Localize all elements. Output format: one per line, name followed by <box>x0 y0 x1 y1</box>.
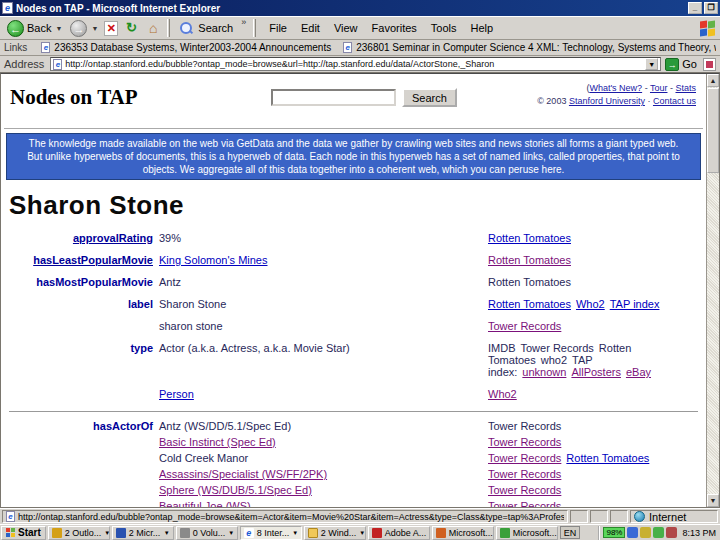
status-pane-2 <box>590 510 608 523</box>
forward-dropdown-icon[interactable]: ▼ <box>91 25 98 32</box>
messenger-icon[interactable] <box>653 527 664 538</box>
nav-link-what-s-new[interactable]: What's New? <box>589 83 642 93</box>
refresh-button[interactable]: ↻ <box>122 20 140 37</box>
battery-indicator[interactable]: 98% <box>603 527 625 538</box>
scrollbar-track[interactable] <box>707 173 719 494</box>
search-button[interactable]: Search <box>402 88 457 107</box>
property-value-cell: King Solomon's Mines <box>159 254 482 266</box>
source-link[interactable]: Who2 <box>576 298 605 310</box>
source-link[interactable]: TAP index <box>610 298 660 310</box>
taskbar-button[interactable]: Microsoft... <box>432 526 494 540</box>
site-title: Nodes on TAP <box>10 85 138 110</box>
property-value: Sharon Stone <box>159 298 226 310</box>
property-value[interactable]: Sphere (WS/DUB/5.1/Spec Ed) <box>159 484 312 496</box>
property-value-cell: Assassins/Specialist (WS/FF/2PK) <box>159 468 482 480</box>
property-row: PersonWho2 <box>7 383 700 405</box>
source-link[interactable]: Tower Records <box>488 320 561 332</box>
scroll-down-icon[interactable]: ▼ <box>707 494 719 507</box>
stop-button[interactable]: ✕ <box>104 21 118 36</box>
nav-link-stats[interactable]: Stats <box>675 83 696 93</box>
go-button[interactable]: → Go <box>665 58 697 71</box>
property-value-cell: 39% <box>159 232 482 244</box>
back-dropdown-icon[interactable]: ▼ <box>55 25 62 32</box>
taskbar-button-label: 2 Micr... <box>129 528 161 538</box>
browser-extension-icon[interactable] <box>703 58 716 71</box>
source-link[interactable]: Rotten Tomatoes <box>488 298 571 310</box>
property-label[interactable]: hasLeastPopularMovie <box>7 254 153 266</box>
start-flag-icon <box>6 528 16 538</box>
search-toolbar-button[interactable]: Search <box>173 20 237 36</box>
property-label[interactable]: approvalRating <box>7 232 153 244</box>
property-value[interactable]: Basic Instinct (Spec Ed) <box>159 436 276 448</box>
source-link[interactable]: Who2 <box>488 388 517 400</box>
source-link[interactable]: Tower Records <box>488 436 561 448</box>
property-value-cell: Antz <box>159 276 482 288</box>
source-link[interactable]: Rotten Tomatoes <box>488 232 571 244</box>
taskbar-button[interactable]: e8 Inter...▼ <box>240 526 302 540</box>
taskbar-button[interactable]: Microsoft... <box>496 526 558 540</box>
group-dropdown-icon[interactable]: ▼ <box>164 530 170 536</box>
taskbar-button[interactable]: Adobe A... <box>368 526 430 540</box>
restore-button[interactable]: ❐ <box>704 2 718 14</box>
menu-item-favorites[interactable]: Favorites <box>366 20 423 36</box>
network-icon[interactable] <box>666 527 677 538</box>
security-zone-pane: Internet <box>630 510 718 523</box>
forward-button[interactable]: → ▼ <box>66 19 102 38</box>
links-bar-item[interactable]: 236801 Seminar in Computer Science 4 XML… <box>356 42 716 53</box>
property-row: hasActorOfAntz (WS/DD/5.1/Spec Ed)Tower … <box>7 418 700 434</box>
taskbar-button[interactable]: 2 Micr...▼ <box>112 526 174 540</box>
property-value[interactable]: King Solomon's Mines <box>159 254 268 266</box>
menu-item-edit[interactable]: Edit <box>295 20 326 36</box>
group-dropdown-icon[interactable]: ▼ <box>292 530 298 536</box>
property-value[interactable]: Beautiful Joe (WS) <box>159 500 251 507</box>
group-dropdown-icon[interactable]: ▼ <box>228 530 234 536</box>
nav-link-tour[interactable]: Tour <box>650 83 668 93</box>
property-value[interactable]: Person <box>159 388 194 400</box>
minimize-button[interactable]: _ <box>688 2 702 14</box>
source-link[interactable]: Rotten Tomatoes <box>566 452 649 464</box>
property-value-cell: Basic Instinct (Spec Ed) <box>159 436 482 448</box>
address-url[interactable]: http://ontap.stanford.edu/bubble?ontap_m… <box>65 59 645 69</box>
taskbar-button[interactable]: 2 Outlo...▼ <box>48 526 110 540</box>
property-source-cell: Tower Records <box>488 468 700 480</box>
source-link[interactable]: eBay <box>626 366 651 378</box>
back-button[interactable]: ← Back ▼ <box>3 19 66 38</box>
taskbar-button[interactable]: 2 Wind...▼ <box>304 526 366 540</box>
toolbar-overflow-chevron[interactable]: » <box>241 17 246 27</box>
property-value[interactable]: Assassins/Specialist (WS/FF/2PK) <box>159 468 327 480</box>
source-link[interactable]: Rotten Tomatoes <box>488 254 571 266</box>
zone-label: Internet <box>649 511 686 523</box>
property-value-cell: Sphere (WS/DUB/5.1/Spec Ed) <box>159 484 482 496</box>
address-dropdown-icon[interactable]: ▼ <box>645 58 658 70</box>
start-button[interactable]: Start <box>1 526 46 540</box>
source-link[interactable]: Tower Records <box>488 468 561 480</box>
source-link[interactable]: unknown <box>522 366 566 378</box>
group-dropdown-icon[interactable]: ▼ <box>104 530 109 536</box>
group-dropdown-icon[interactable]: ▼ <box>359 530 365 536</box>
source-link[interactable]: Tower Records <box>488 452 561 464</box>
source-link[interactable]: Tower Records <box>488 500 561 507</box>
copyright-text: © 2003 <box>537 96 566 106</box>
vertical-scrollbar[interactable]: ▲ ▼ <box>706 74 719 507</box>
scroll-up-icon[interactable]: ▲ <box>707 74 719 87</box>
source-link[interactable]: AllPosters <box>571 366 621 378</box>
links-bar-item[interactable]: 236353 Database Systems, Winter2003-2004… <box>54 42 331 53</box>
menu-bar: FileEditViewFavoritesToolsHelp <box>263 20 699 36</box>
menu-item-view[interactable]: View <box>328 20 364 36</box>
source-link[interactable]: Tower Records <box>488 484 561 496</box>
menu-item-file[interactable]: File <box>263 20 293 36</box>
volume-tray-icon[interactable] <box>640 527 651 538</box>
scrollbar-thumb[interactable] <box>707 88 719 173</box>
property-row: sharon stoneTower Records <box>7 315 700 337</box>
menu-item-tools[interactable]: Tools <box>425 20 463 36</box>
forward-icon: → <box>70 20 87 37</box>
address-field[interactable]: e http://ontap.stanford.edu/bubble?ontap… <box>50 57 661 71</box>
keyboard-icon[interactable] <box>627 527 638 538</box>
taskbar-button[interactable]: 0 Volu...▼ <box>176 526 238 540</box>
contact-us-link[interactable]: Contact us <box>653 96 696 106</box>
language-indicator[interactable]: EN <box>560 526 581 539</box>
search-input[interactable] <box>271 89 396 106</box>
stanford-university-link[interactable]: Stanford University <box>569 96 645 106</box>
home-button[interactable]: ⌂ <box>144 20 162 37</box>
menu-item-help[interactable]: Help <box>465 20 500 36</box>
